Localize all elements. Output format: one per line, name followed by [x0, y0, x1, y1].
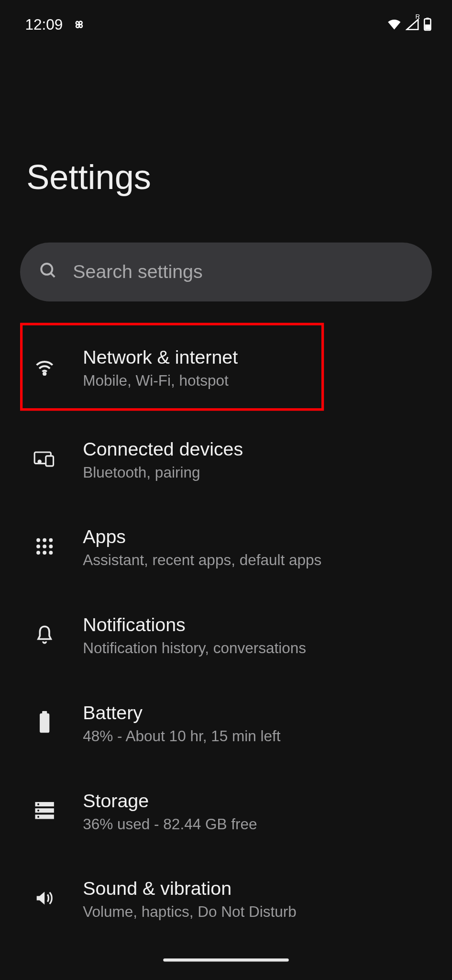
settings-item-apps[interactable]: Apps Assistant, recent apps, default app… — [0, 504, 452, 592]
settings-list: Network & internet Mobile, Wi-Fi, hotspo… — [0, 301, 452, 943]
status-bar: 12:09 R — [0, 0, 452, 38]
item-subtitle: Notification history, conversations — [83, 639, 306, 657]
svg-point-25 — [37, 816, 39, 818]
settings-item-storage[interactable]: Storage 36% used - 82.44 GB free — [0, 768, 452, 856]
svg-point-14 — [49, 545, 53, 548]
svg-rect-18 — [40, 713, 49, 733]
item-subtitle: 36% used - 82.44 GB free — [83, 815, 257, 833]
cell-signal-r-icon: R — [406, 18, 419, 31]
item-title: Network & internet — [83, 347, 238, 368]
svg-point-8 — [38, 460, 41, 463]
svg-point-11 — [49, 538, 53, 542]
storage-icon — [34, 801, 55, 822]
wifi-icon — [33, 358, 56, 378]
svg-rect-19 — [42, 711, 47, 714]
item-subtitle: 48% - About 10 hr, 15 min left — [83, 727, 280, 745]
apps-grid-icon — [35, 537, 54, 558]
search-icon — [39, 261, 57, 283]
svg-point-3 — [41, 264, 52, 275]
status-time: 12:09 — [25, 16, 63, 33]
svg-point-12 — [36, 545, 40, 548]
nav-home-indicator[interactable] — [163, 958, 289, 962]
settings-item-battery[interactable]: Battery 48% - About 10 hr, 15 min left — [0, 679, 452, 768]
page-title: Settings — [0, 38, 452, 197]
devices-icon — [33, 450, 56, 470]
svg-point-13 — [43, 545, 46, 548]
settings-item-network[interactable]: Network & internet Mobile, Wi-Fi, hotspo… — [0, 320, 452, 416]
search-placeholder: Search settings — [73, 261, 202, 283]
item-title: Connected devices — [83, 438, 243, 460]
item-title: Sound & vibration — [83, 878, 296, 900]
search-bar[interactable]: Search settings — [20, 243, 432, 301]
svg-rect-7 — [46, 456, 54, 466]
settings-item-sound[interactable]: Sound & vibration Volume, haptics, Do No… — [0, 856, 452, 944]
item-subtitle: Assistant, recent apps, default apps — [83, 551, 321, 569]
settings-item-connected-devices[interactable]: Connected devices Bluetooth, pairing — [0, 416, 452, 504]
item-title: Notifications — [83, 614, 306, 636]
item-title: Apps — [83, 526, 321, 548]
wifi-status-icon — [387, 18, 402, 31]
svg-rect-2 — [425, 24, 430, 30]
item-title: Battery — [83, 702, 280, 724]
svg-point-9 — [36, 538, 40, 542]
item-subtitle: Mobile, Wi-Fi, hotspot — [83, 372, 238, 390]
svg-point-16 — [43, 551, 46, 555]
svg-point-5 — [44, 373, 45, 375]
svg-point-24 — [37, 810, 39, 812]
pinwheel-icon — [72, 17, 87, 32]
battery-icon — [38, 711, 52, 736]
item-subtitle: Volume, haptics, Do Not Disturb — [83, 903, 296, 921]
battery-status-icon — [423, 18, 432, 32]
svg-line-4 — [51, 273, 55, 277]
svg-point-15 — [36, 551, 40, 555]
svg-point-23 — [37, 803, 39, 805]
volume-icon — [34, 889, 55, 910]
svg-point-10 — [43, 538, 46, 542]
svg-rect-1 — [426, 18, 429, 20]
item-subtitle: Bluetooth, pairing — [83, 464, 243, 481]
settings-item-notifications[interactable]: Notifications Notification history, conv… — [0, 591, 452, 679]
svg-point-17 — [49, 551, 53, 555]
item-title: Storage — [83, 790, 257, 812]
bell-icon — [35, 624, 54, 647]
